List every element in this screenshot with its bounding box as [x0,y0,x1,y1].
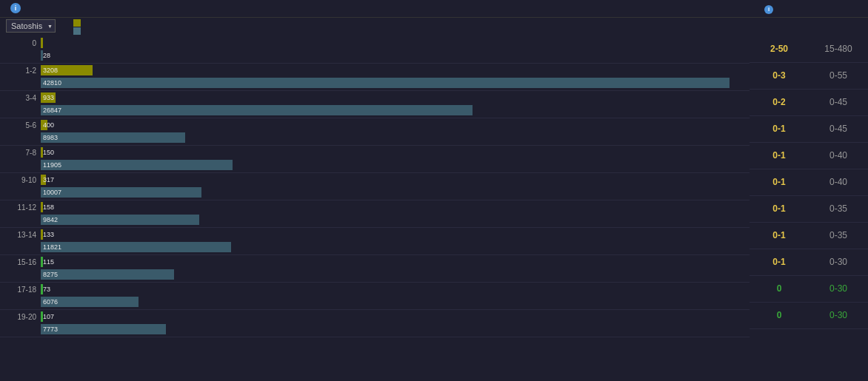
fees-info-icon[interactable]: i [10,3,21,13]
gold-bar-line: 13-14133 [0,229,750,241]
delay-value: 0-1 [750,257,809,267]
delay-value: 0-1 [750,177,809,187]
time-value: 0-30 [809,310,868,320]
right-data-row: 00-30 [750,276,868,303]
legend-gold [73,19,85,27]
delay-value: 0-2 [750,97,809,107]
time-value: 0-45 [809,97,868,107]
gold-bar: 3208 [41,65,93,75]
blue-bar: 28 [41,50,43,61]
gold-bar: 317 [41,175,46,185]
gold-bar-line: 15-16115 [0,256,750,269]
right-data-row: 0-10-35 [750,223,868,249]
blue-bar: 8275 [41,269,174,280]
gold-bar: 158 [41,202,43,212]
time-value: 0-35 [809,203,868,214]
blue-bar-line: 11905 [0,159,750,172]
blue-bar-line: 8275 [0,269,750,281]
unit-select[interactable]: Satoshis [6,19,56,33]
gold-bar-line: 1-23208 [0,64,750,77]
blue-bar: 8983 [41,132,185,143]
gold-bar-line: 7-8150 [0,146,750,159]
blue-bar: 6076 [41,297,138,307]
gold-bar-line: 5-6400 [0,119,750,132]
blue-bar: 11905 [41,160,233,170]
blue-bar-line: 7773 [0,323,750,336]
right-data-row: 0-10-35 [750,196,868,223]
legend-blue-dot [73,27,81,35]
blue-bar-line: 6076 [0,296,750,308]
delay-value: 0 [750,283,809,294]
y-axis-label: 15-16 [0,258,41,266]
right-data-row: 0-20-45 [750,90,868,116]
time-value: 0-30 [809,257,868,267]
chart-row: 11-121589842 [0,200,750,228]
time-value: 0-40 [809,177,868,187]
chart-row: 5-64008983 [0,118,750,146]
delay-value: 0-1 [750,230,809,240]
blue-bar-line: 26847 [0,104,750,117]
gold-bar-line: 3-4933 [0,92,750,104]
blue-bar-line: 10007 [0,186,750,199]
right-data-row: 0-10-30 [750,249,868,276]
time-value: 0-45 [809,124,868,134]
chart-row: 028 [0,36,750,64]
legend [73,19,85,35]
delay-value: 2-50 [750,44,809,54]
chart-row: 7-815011905 [0,146,750,173]
time-value: 0-35 [809,230,868,240]
gold-bar: 133 [41,229,43,240]
blue-bar: 9842 [41,215,199,225]
gold-bar: 107 [41,311,43,322]
delay-info-icon[interactable]: i [764,5,773,14]
gold-bar: 933 [41,92,56,103]
time-value: 15-480 [809,44,868,54]
y-axis-label: 5-6 [0,121,41,129]
blue-bar: 10007 [41,187,201,198]
right-data-row: 00-30 [750,303,868,329]
right-data-row: 0-10-40 [750,143,868,169]
gold-bar-line: 11-12158 [0,201,750,214]
right-data-row: 0-10-40 [750,169,868,196]
legend-blue [73,27,85,35]
chart-row: 17-18736076 [0,283,750,310]
gold-bar-line: 17-1873 [0,283,750,296]
gold-bar-line: 0 [0,37,750,50]
y-axis-label: 3-4 [0,94,41,102]
chart-row: 9-1031710007 [0,173,750,200]
gold-bar: 150 [41,147,43,158]
blue-bar: 26847 [41,105,473,115]
delay-value: 0-1 [750,150,809,161]
sub-header: Satoshis [0,18,868,36]
blue-bar-line: 8983 [0,132,750,144]
page: i i Satoshis [0,0,868,381]
header: i i [0,0,868,18]
y-axis-label: 7-8 [0,149,41,157]
blue-bar: 42810 [41,78,730,88]
delay-value: 0 [750,310,809,320]
right-data-row: 0-10-45 [750,116,868,143]
legend-gold-dot [73,19,81,27]
delay-value: 0-3 [750,70,809,81]
y-axis-label: 17-18 [0,286,41,294]
chart-container: 0281-23208428103-4933268475-640089837-81… [0,36,868,382]
gold-bar: 73 [41,284,43,294]
time-value: 0-40 [809,150,868,161]
right-panel: 2-5015-4800-30-550-20-450-10-450-10-400-… [750,36,868,382]
blue-bar: 7773 [41,324,166,334]
delay-value: 0-1 [750,124,809,134]
right-data-row: 2-5015-480 [750,36,868,63]
blue-bar: 11821 [41,242,231,252]
y-axis-label: 11-12 [0,203,41,212]
blue-bar-line: 9842 [0,214,750,226]
gold-bar: 115 [41,257,43,267]
gold-bar [41,38,43,48]
delay-column-header: i [739,3,798,14]
blue-bar-line: 28 [0,50,750,62]
blue-bar-line: 42810 [0,77,750,90]
unit-select-wrapper: Satoshis [6,19,56,33]
time-value: 0-30 [809,283,868,294]
chart-row: 3-493326847 [0,91,750,118]
time-value: 0-55 [809,70,868,81]
chart-row: 19-201077773 [0,310,750,337]
